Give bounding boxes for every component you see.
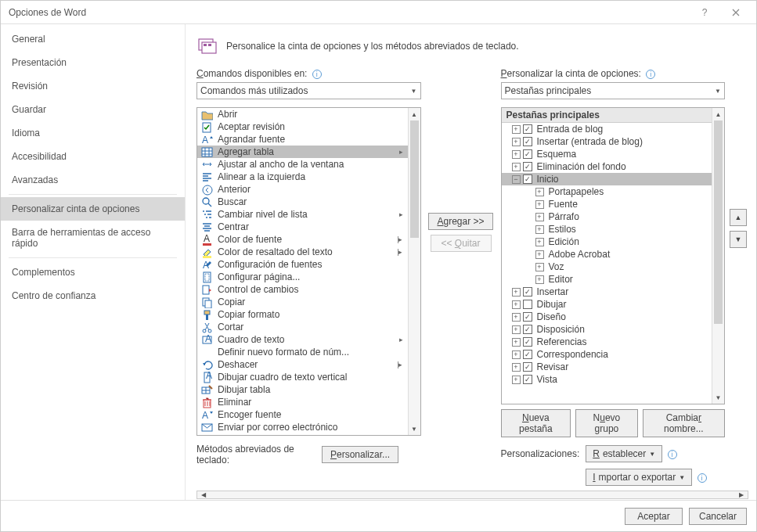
scroll-right-button[interactable]: ▶ [735,491,748,498]
scroll-left-button[interactable]: ◀ [197,491,210,498]
sidebar-item-avanzadas[interactable]: Avanzadas [1,168,185,192]
horizontal-scrollbar[interactable]: ◀ ▶ [196,491,748,499]
collapse-icon[interactable]: − [512,175,521,184]
tab-checkbox[interactable]: ✓ [523,124,532,134]
tree-item[interactable]: +✓Revisar [502,361,712,373]
command-item[interactable]: Ajustar al ancho de la ventana [197,158,408,171]
help-button[interactable]: ? [689,3,720,22]
tree-item[interactable]: +✓Insertar [502,286,712,298]
command-item[interactable]: ACuadro de texto▸ [197,333,408,346]
command-item[interactable]: Eliminar [197,396,408,408]
ok-button[interactable]: Aceptar [625,508,683,525]
reset-dropdown[interactable]: Restablecer ▼ [586,445,662,462]
command-item[interactable]: Anterior [197,183,408,196]
sidebar-item-revisión[interactable]: Revisión [1,74,185,98]
expand-icon[interactable]: + [512,125,521,134]
sidebar-item-presentación[interactable]: Presentación [1,51,185,74]
rename-button[interactable]: Cambiar nombre... [643,409,725,437]
tree-item[interactable]: +Estilos [502,223,712,235]
sidebar-item-complementos[interactable]: Complementos [1,261,185,284]
commands-from-select[interactable]: Comandos más utilizados▼ [196,82,421,99]
scroll-down-button[interactable]: ▼ [712,391,724,404]
tree-item[interactable]: +Edición [502,235,712,248]
ribbon-tabs-select[interactable]: Pestañas principales▼ [501,82,726,99]
command-item[interactable]: Copiar formato [197,308,408,321]
info-icon[interactable]: i [312,70,322,79]
sidebar-item-centro-de-confianza[interactable]: Centro de confianza [1,284,185,307]
tree-item[interactable]: +Fuente [502,198,712,210]
command-item[interactable]: Aceptar revisión [197,120,408,133]
command-item[interactable]: Control de cambios [197,283,408,296]
tree-item[interactable]: +✓Esquema [502,148,712,160]
expand-icon[interactable]: + [512,163,521,171]
info-icon[interactable]: i [668,450,677,459]
expand-icon[interactable]: + [512,376,521,384]
tab-checkbox[interactable]: ✓ [523,174,532,184]
info-icon[interactable]: i [698,473,707,483]
scroll-down-button[interactable]: ▼ [409,422,420,435]
scroll-thumb[interactable] [714,120,723,324]
tab-checkbox[interactable]: ✓ [523,337,532,347]
command-item[interactable]: Enviar por correo electrónico [197,421,408,433]
expand-icon[interactable]: + [512,150,521,159]
command-item[interactable]: ADibujar cuadro de texto vertical [197,371,408,383]
move-up-button[interactable]: ▲ [730,209,747,226]
add-button[interactable]: Agregar >> [428,213,492,230]
commands-listbox[interactable]: AbrirAceptar revisiónAAgrandar fuenteAgr… [196,107,421,436]
tree-item[interactable]: +✓Correspondencia [502,348,712,361]
expand-icon[interactable]: + [512,350,521,359]
tree-item[interactable]: +✓Eliminación del fondo [502,160,712,173]
tree-item[interactable]: +Dibujar [502,298,712,311]
tab-checkbox[interactable]: ✓ [523,312,532,322]
new-tab-button[interactable]: Nueva pestaña [501,409,571,437]
sidebar-item-accesibilidad[interactable]: Accesibilidad [1,145,185,168]
tab-checkbox[interactable]: ✓ [523,162,532,171]
tab-checkbox[interactable]: ✓ [523,350,532,359]
tab-checkbox[interactable]: ✓ [523,362,532,372]
command-item[interactable]: Dibujar tabla [197,383,408,396]
scroll-up-button[interactable]: ▲ [712,108,724,120]
command-item[interactable]: Buscar [197,196,408,208]
command-item[interactable]: AConfiguración de fuentes [197,258,408,271]
expand-icon[interactable]: + [535,263,544,271]
customize-keyboard-button[interactable]: Personalizar... [322,446,398,463]
tab-checkbox[interactable]: ✓ [523,137,532,146]
expand-icon[interactable]: + [535,250,544,259]
expand-icon[interactable]: + [535,275,544,284]
expand-icon[interactable]: + [512,300,521,309]
sidebar-item-guardar[interactable]: Guardar [1,98,185,121]
expand-icon[interactable]: + [535,225,544,234]
tab-checkbox[interactable]: ✓ [523,149,532,159]
command-item[interactable]: AEncoger fuente [197,408,408,421]
expand-icon[interactable]: + [512,313,521,322]
tree-item[interactable]: +✓Referencias [502,336,712,348]
command-item[interactable]: AAgrandar fuente [197,133,408,146]
remove-button[interactable]: << Quitar [431,235,492,252]
command-item[interactable]: Cambiar nivel de lista▸ [197,208,408,221]
expand-icon[interactable]: + [535,200,544,209]
tab-checkbox[interactable]: ✓ [523,325,532,334]
vertical-scrollbar[interactable]: ▲ ▼ [712,108,724,404]
tree-item[interactable]: +Voz [502,261,712,273]
info-icon[interactable]: i [646,70,655,79]
command-item[interactable]: Deshacer|▸ [197,358,408,371]
scroll-thumb[interactable] [410,120,419,238]
expand-icon[interactable]: + [512,288,521,297]
command-item[interactable]: Definir nuevo formato de núm... [197,346,408,358]
tree-item[interactable]: +✓Vista [502,373,712,386]
command-item[interactable]: Color de resaltado del texto|▸ [197,246,408,258]
expand-icon[interactable]: + [512,338,521,347]
command-item[interactable]: Copiar [197,296,408,308]
sidebar-item-barra-de-herramientas-de-acceso-rápido[interactable]: Barra de herramientas de acceso rápido [1,221,185,255]
tree-item[interactable]: +✓Diseño [502,311,712,323]
new-group-button[interactable]: Nuevo grupo [575,409,638,437]
cancel-button[interactable]: Cancelar [689,508,747,525]
tree-item[interactable]: −✓Inicio [502,173,712,185]
tree-item[interactable]: +✓Entrada de blog [502,123,712,135]
expand-icon[interactable]: + [535,188,544,196]
ribbon-tree[interactable]: Pestañas principales +✓Entrada de blog+✓… [501,107,726,404]
command-item[interactable]: Alinear a la izquierda [197,171,408,183]
expand-icon[interactable]: + [535,213,544,221]
tree-item[interactable]: +Portapapeles [502,185,712,198]
command-item[interactable]: Centrar [197,221,408,233]
